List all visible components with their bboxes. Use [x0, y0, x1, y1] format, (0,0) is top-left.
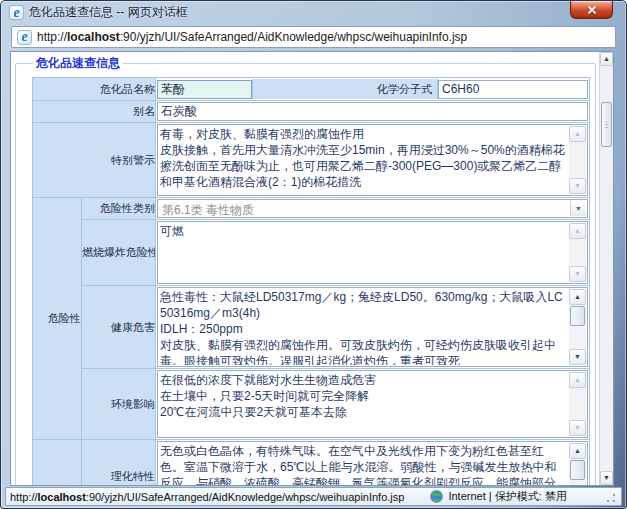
special-warning-cell: 有毒，对皮肤、黏膜有强烈的腐蚀作用 皮肤接触，首先用大量清水冲洗至少15min，… [156, 123, 590, 198]
scroll-up-icon: ▲ [570, 290, 585, 304]
ie-icon: e [9, 5, 24, 20]
alias-cell [156, 101, 590, 123]
dialog-content: 危化品速查信息 危化品名称 化学分子式 [10, 51, 614, 486]
hazard-class-value: 第6.1类 毒性物质 [162, 202, 254, 219]
physchem-scrollbar[interactable]: ▲ ▼ [569, 443, 586, 485]
scroll-down-icon: ▼ [570, 179, 585, 193]
resize-grip[interactable] [605, 492, 617, 504]
scroll-up-icon: ▲ [601, 53, 612, 65]
ie-icon-glyph: e [13, 6, 19, 20]
scroll-down-button[interactable]: ▼ [569, 349, 586, 365]
physchem-label: 理化特性 [82, 440, 156, 486]
scroll-up-button[interactable]: ▲ [569, 372, 586, 388]
scroll-up-button[interactable]: ▲ [569, 443, 586, 459]
physchem-textarea[interactable]: 无色或白色晶体，有特殊气味。在空气中及光线作用下变为粉红色甚至红色。室温下微溶于… [157, 441, 588, 485]
row-health-hazard: 健康危害 急性毒性：大鼠经LD50317mg／kg；兔经皮LD50。630mg/… [33, 286, 590, 369]
scroll-up-icon: ▲ [570, 127, 585, 141]
fire-explosion-label: 燃烧爆炸危险性 [82, 220, 156, 286]
environment-label: 环境影响 [82, 369, 156, 440]
globe-icon [430, 490, 443, 503]
fire-explosion-scrollbar[interactable]: ▲ ▼ [569, 223, 586, 282]
row-environment: 环境影响 在很低的浓度下就能对水生生物造成危害 在土壤中，只要2-5天时间就可完… [33, 369, 590, 440]
special-warning-scrollbar[interactable]: ▲ ▼ [569, 126, 586, 194]
hazard-group-label: 危险性 [33, 198, 82, 440]
status-url-protocol: http:// [10, 491, 38, 503]
row-physchem: 理化特性 无色或白色晶体，有特殊气味。在空气中及光线作用下变为粉红色甚至红色。室… [33, 440, 590, 486]
physchem-cell: 无色或白色晶体，有特殊气味。在空气中及光线作用下变为粉红色甚至红色。室温下微溶于… [156, 440, 590, 486]
dialog-window: e 危化品速查信息 -- 网页对话框 e http://localhost:90… [0, 0, 627, 509]
fire-explosion-textarea[interactable]: 可燃 ▲ ▼ [157, 221, 588, 284]
special-warning-text: 有毒，对皮肤、黏膜有强烈的腐蚀作用 皮肤接触，首先用大量清水冲洗至少15min，… [160, 126, 567, 194]
special-warning-textarea[interactable]: 有毒，对皮肤、黏膜有强烈的腐蚀作用 皮肤接触，首先用大量清水冲洗至少15min，… [157, 124, 588, 196]
scroll-up-button[interactable]: ▲ [569, 223, 586, 239]
scroll-down-icon: ▼ [570, 421, 585, 435]
page-scrollbar[interactable]: ▲ ▼ [599, 52, 613, 485]
zone-text: Internet | 保护模式: 禁用 [448, 489, 566, 504]
scroll-down-button[interactable]: ▼ [569, 266, 586, 282]
scroll-up-icon: ▲ [570, 444, 585, 458]
page-ie-icon: e [17, 30, 32, 45]
chemical-name-input[interactable] [157, 80, 252, 99]
health-hazard-label: 健康危害 [82, 286, 156, 369]
hazard-class-select[interactable]: 第6.1类 毒性物质 ▼ [157, 199, 588, 218]
health-hazard-cell: 急性毒性：大鼠经LD50317mg／kg；兔经皮LD50。630mg/kg；大鼠… [156, 286, 590, 369]
page-scrollbar-thumb[interactable] [601, 102, 612, 147]
scroll-up-icon: ▲ [570, 224, 585, 238]
alias-label: 别名 [33, 101, 156, 123]
health-hazard-text: 急性毒性：大鼠经LD50317mg／kg；兔经皮LD50。630mg/kg；大鼠… [160, 289, 567, 365]
scroll-down-icon: ▼ [570, 350, 585, 364]
window-title: 危化品速查信息 -- 网页对话框 [29, 4, 188, 21]
scroll-up-icon: ▲ [570, 373, 585, 387]
scroll-down-button[interactable]: ▼ [569, 178, 586, 194]
scroll-up-button[interactable]: ▲ [569, 126, 586, 142]
status-url: http://localhost:90/yjzh/UI/SafeArranged… [10, 491, 404, 503]
row-hazard-class: 危险性 危险性类别 第6.1类 毒性物质 ▼ [33, 198, 590, 220]
page-content: 危化品速查信息 危化品名称 化学分子式 [11, 52, 599, 485]
info-fieldset: 危化品速查信息 危化品名称 化学分子式 [15, 55, 596, 485]
status-bar: http://localhost:90/yjzh/UI/SafeArranged… [5, 487, 622, 506]
page-scroll-up-button[interactable]: ▲ [600, 52, 613, 66]
formula-input[interactable] [438, 80, 588, 99]
title-bar: e 危化品速查信息 -- 网页对话框 [1, 1, 626, 24]
url-host: localhost [67, 30, 120, 44]
status-url-path: :90/yjzh/UI/SafeArranged/AidKnowledge/wh… [86, 491, 405, 503]
chemical-name-label: 危化品名称 [33, 78, 156, 101]
scrollbar-thumb[interactable] [570, 460, 585, 480]
page-scroll-down-button[interactable]: ▼ [600, 471, 613, 485]
chemical-info-table: 危化品名称 化学分子式 别名 [32, 77, 590, 485]
address-bar[interactable]: e http://localhost:90/yjzh/UI/SafeArrang… [11, 26, 616, 48]
scroll-down-icon: ▼ [570, 267, 585, 281]
page-ie-icon-glyph: e [21, 30, 27, 44]
scroll-down-button[interactable]: ▼ [569, 420, 586, 436]
health-hazard-textarea[interactable]: 急性毒性：大鼠经LD50317mg／kg；兔经皮LD50。630mg/kg；大鼠… [157, 287, 588, 367]
scroll-up-button[interactable]: ▲ [569, 289, 586, 305]
row-alias: 别名 [33, 101, 590, 123]
scroll-down-icon: ▼ [601, 472, 612, 484]
row-fire-explosion: 燃烧爆炸危险性 可燃 ▲ ▼ [33, 220, 590, 286]
physchem-group-cell [33, 440, 82, 486]
health-hazard-scrollbar[interactable]: ▲ ▼ [569, 289, 586, 365]
environment-textarea[interactable]: 在很低的浓度下就能对水生生物造成危害 在土壤中，只要2-5天时间就可完全降解 2… [157, 370, 588, 438]
thumb-grip-icon [605, 121, 608, 128]
special-warning-label: 特别警示 [33, 123, 156, 198]
row-special-warning: 特别警示 有毒，对皮肤、黏膜有强烈的腐蚀作用 皮肤接触，首先用大量清水冲洗至少1… [33, 123, 590, 198]
chemical-name-cell: 化学分子式 [156, 78, 590, 101]
hazard-class-label: 危险性类别 [82, 198, 156, 220]
address-bar-row: e http://localhost:90/yjzh/UI/SafeArrang… [1, 24, 626, 51]
section-title: 危化品速查信息 [33, 55, 123, 72]
row-chemical-name: 危化品名称 化学分子式 [33, 78, 590, 101]
environment-scrollbar[interactable]: ▲ ▼ [569, 372, 586, 436]
scrollbar-thumb[interactable] [570, 306, 585, 326]
hazard-class-cell: 第6.1类 毒性物质 ▼ [156, 198, 590, 220]
url-path: :90/yjzh/UI/SafeArranged/AidKnowledge/wh… [120, 30, 468, 44]
fire-explosion-cell: 可燃 ▲ ▼ [156, 220, 590, 286]
environment-text: 在很低的浓度下就能对水生生物造成危害 在土壤中，只要2-5天时间就可完全降解 2… [160, 372, 567, 436]
url-protocol: http:// [37, 30, 67, 44]
fire-explosion-text: 可燃 [160, 223, 567, 282]
status-url-host: localhost [38, 491, 86, 503]
alias-input[interactable] [157, 102, 588, 121]
dropdown-arrow-button[interactable]: ▼ [570, 201, 586, 216]
environment-cell: 在很低的浓度下就能对水生生物造成危害 在土壤中，只要2-5天时间就可完全降解 2… [156, 369, 590, 440]
close-button[interactable] [570, 1, 613, 19]
formula-label: 化学分子式 [252, 79, 438, 99]
